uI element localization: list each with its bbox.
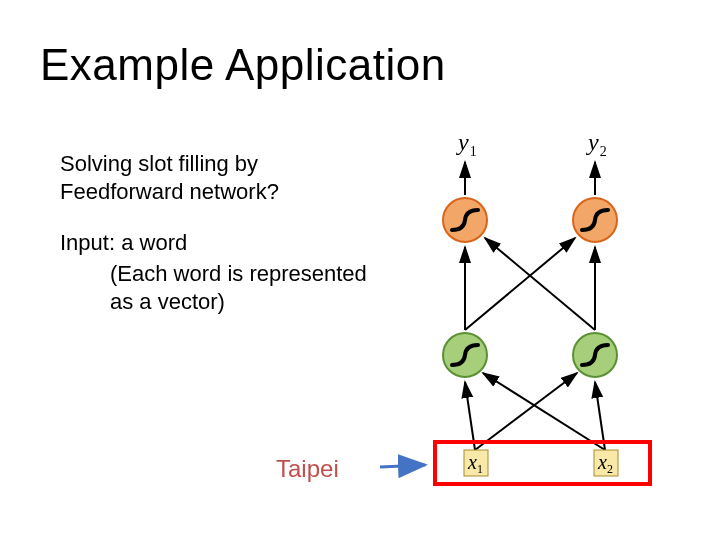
input-label: Input: a word bbox=[60, 230, 187, 256]
svg-text:y2: y2 bbox=[586, 130, 607, 159]
nn-diagram: y1 y2 x1 x2 bbox=[380, 130, 700, 500]
input-note: (Each word is represented as a vector) bbox=[110, 260, 367, 315]
taipei-label: Taipei bbox=[276, 455, 339, 483]
x1-sub: 1 bbox=[477, 462, 483, 476]
y1-label: y bbox=[456, 130, 469, 155]
edges-x-h2 bbox=[465, 373, 605, 450]
svg-line-9 bbox=[483, 373, 605, 450]
svg-text:y1: y1 bbox=[456, 130, 477, 159]
svg-line-7 bbox=[475, 373, 577, 450]
input-note-line-2: as a vector) bbox=[110, 289, 225, 314]
question-line-2: Feedforward network? bbox=[60, 179, 279, 204]
svg-line-6 bbox=[465, 382, 475, 450]
x1-label: x bbox=[467, 451, 477, 473]
svg-line-5 bbox=[485, 238, 595, 330]
y1-sub: 1 bbox=[470, 144, 477, 159]
page-title: Example Application bbox=[40, 40, 446, 90]
layer-bottom bbox=[443, 333, 617, 377]
x2-label: x bbox=[597, 451, 607, 473]
svg-line-3 bbox=[465, 238, 575, 330]
edges-h2-h1 bbox=[465, 238, 595, 330]
question-line-1: Solving slot filling by bbox=[60, 151, 258, 176]
x2-sub: 2 bbox=[607, 462, 613, 476]
question-text: Solving slot filling by Feedforward netw… bbox=[60, 150, 279, 205]
svg-line-8 bbox=[595, 382, 605, 450]
y2-sub: 2 bbox=[600, 144, 607, 159]
input-note-line-1: (Each word is represented bbox=[110, 261, 367, 286]
output-labels: y1 y2 bbox=[456, 130, 607, 159]
y2-label: y bbox=[586, 130, 599, 155]
input-chips: x1 x2 bbox=[464, 450, 618, 476]
arrow-taipei bbox=[380, 465, 425, 468]
layer-top bbox=[443, 198, 617, 242]
